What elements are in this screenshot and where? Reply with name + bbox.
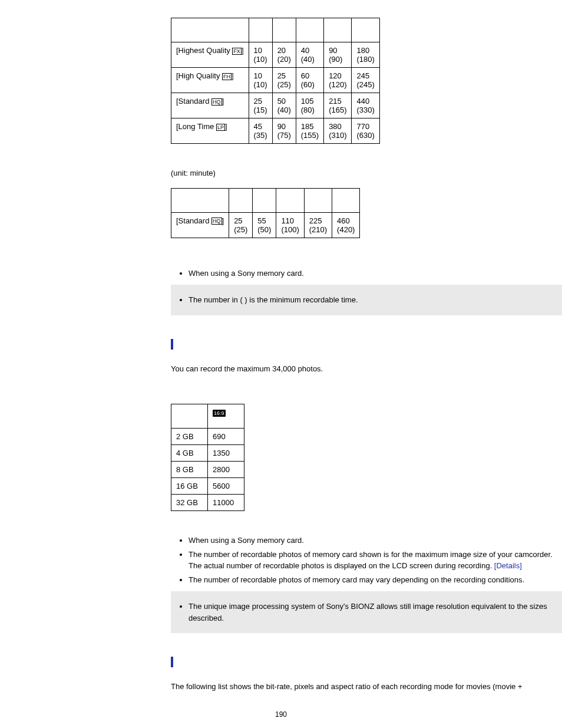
notes-list: When using a Sony memory card. (171, 268, 562, 279)
fh-icon: FH (222, 73, 232, 80)
mode-label: [Highest Quality FX] (171, 42, 249, 68)
table-row: 16 GB5600 (171, 478, 244, 495)
aspect-169-icon: 16:9 (213, 410, 226, 417)
note-box: The number in ( ) is the minimum recorda… (171, 285, 562, 315)
list-item: The unique image processing system of So… (189, 601, 562, 624)
table-row: 32 GB11000 (171, 495, 244, 511)
table-row: [High Quality FH] 10(10) 25(25) 60(60) 1… (171, 68, 380, 93)
fx-icon: FX (232, 48, 242, 55)
table-row: [Standard HQ] 25(15) 50(40) 105(80) 215(… (171, 93, 380, 118)
lp-icon: LP (216, 124, 225, 131)
recording-time-table: [Highest Quality FX] 10(10) 20(20) 40(40… (171, 18, 380, 144)
table-row: 8 GB2800 (171, 462, 244, 478)
hq-icon: HQ (211, 218, 222, 225)
unit-label: (unit: minute) (171, 167, 562, 179)
recording-time-table-2: [Standard HQ] 25(25) 55(50) 110(100) 225… (171, 188, 360, 238)
section-marker (171, 657, 173, 667)
mode-label: [Standard HQ] (171, 93, 249, 118)
section-marker (171, 339, 173, 350)
table-header-row: 16:9 (171, 404, 244, 429)
list-item: The number of recordable photos of memor… (189, 549, 562, 572)
photos-text: You can record the maximum 34,000 photos… (171, 363, 562, 375)
details-link[interactable]: [Details] (494, 561, 522, 570)
mode-label: [High Quality FH] (171, 68, 249, 93)
page-number: 190 (0, 710, 562, 719)
list-item: When using a Sony memory card. (189, 535, 562, 546)
note-box: The unique image processing system of So… (171, 591, 562, 633)
photo-count-table: 16:9 2 GB690 4 GB1350 8 GB2800 16 GB5600… (171, 404, 244, 511)
list-item: The number in ( ) is the minimum recorda… (189, 294, 562, 306)
list-item: When using a Sony memory card. (189, 268, 562, 279)
table-row: [Highest Quality FX] 10(10) 20(20) 40(40… (171, 42, 380, 68)
notes-list: When using a Sony memory card. The numbe… (171, 535, 562, 585)
bottom-paragraph: The following list shows the bit-rate, p… (171, 681, 562, 693)
mode-label: [Long Time LP] (171, 118, 249, 144)
hq-icon: HQ (211, 98, 222, 106)
mode-label: [Standard HQ] (171, 212, 229, 238)
table-row: 4 GB1350 (171, 445, 244, 462)
table-row: [Long Time LP] 45(35) 90(75) 185(155) 38… (171, 118, 380, 144)
table-row: 2 GB690 (171, 429, 244, 445)
table-header-row (171, 18, 380, 42)
table-row: [Standard HQ] 25(25) 55(50) 110(100) 225… (171, 212, 360, 238)
list-item: The number of recordable photos of memor… (189, 574, 562, 586)
table-header-row (171, 188, 360, 212)
